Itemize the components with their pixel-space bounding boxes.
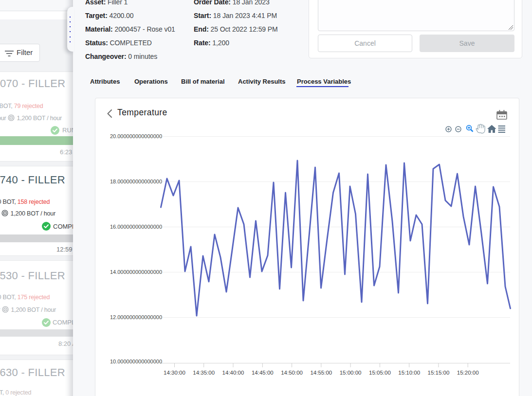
svg-text:15:20:00: 15:20:00	[457, 370, 479, 376]
svg-text:14:55:00: 14:55:00	[310, 370, 332, 376]
svg-text:15:10:00: 15:10:00	[398, 370, 420, 376]
svg-text:15:15:00: 15:15:00	[428, 370, 450, 376]
svg-text:18.000000000000000: 18.000000000000000	[110, 179, 162, 184]
svg-text:15:00:00: 15:00:00	[340, 370, 362, 376]
svg-text:14:30:00: 14:30:00	[164, 370, 185, 376]
svg-text:10.000000000000000: 10.000000000000000	[110, 359, 162, 364]
svg-text:15:05:00: 15:05:00	[369, 370, 391, 376]
svg-text:14.000000000000000: 14.000000000000000	[110, 269, 162, 275]
svg-text:16.000000000000000: 16.000000000000000	[110, 224, 162, 230]
svg-text:12.000000000000000: 12.000000000000000	[110, 314, 162, 320]
svg-text:14:35:00: 14:35:00	[193, 370, 215, 376]
svg-text:14:40:00: 14:40:00	[222, 370, 244, 376]
svg-text:14:45:00: 14:45:00	[252, 370, 274, 376]
svg-text:Temperature: Temperature	[117, 108, 167, 117]
svg-text:20.000000000000000: 20.000000000000000	[110, 133, 162, 139]
svg-text:14:50:00: 14:50:00	[281, 370, 303, 376]
